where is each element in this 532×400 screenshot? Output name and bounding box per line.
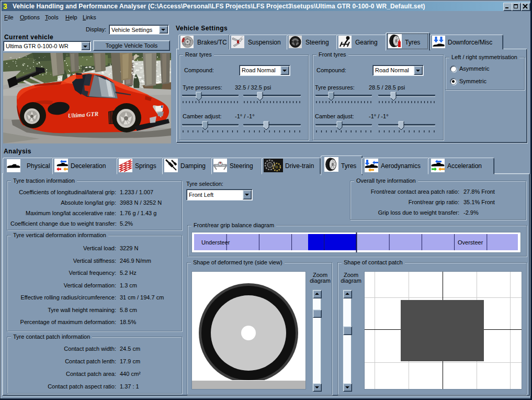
svg-text:Oversteer: Oversteer xyxy=(458,239,483,246)
svg-text:Understeer: Understeer xyxy=(201,239,230,246)
